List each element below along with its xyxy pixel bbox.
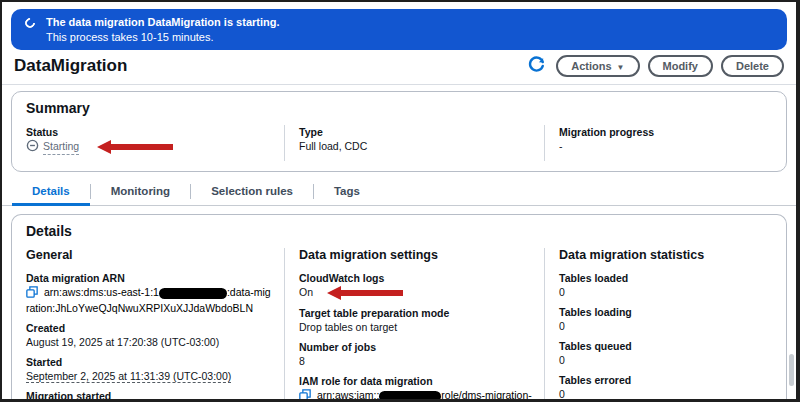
summary-type-column: Type Full load, CDC [284,125,544,161]
cloudwatch-logs-label: CloudWatch logs [299,271,534,285]
tab-monitoring[interactable]: Monitoring [91,178,190,205]
dms-console-window: The data migration DataMigration is star… [0,0,800,402]
status-text[interactable]: Starting [43,139,79,155]
actions-button[interactable]: Actions▼ [556,55,639,77]
redaction-box [159,288,227,299]
details-heading: Details [26,223,772,239]
general-heading: General [26,248,274,262]
summary-status-column: Status Starting [26,125,284,161]
tables-loading-label: Tables loading [559,305,762,319]
summary-progress-column: Migration progress - [544,125,772,161]
data-migration-arn-value: arn:aws:dms:us-east-1:1:data-migration:J… [26,285,274,315]
statistics-column: Data migration statistics Tables loaded … [544,248,772,402]
annotation-arrow-cloudwatch [327,286,403,300]
iam-role-label: IAM role for data migration [299,374,534,388]
started-value: September 2, 2025 at 11:31:39 (UTC-03:00… [26,370,231,383]
started-label: Started [26,355,274,369]
flash-migration-name: DataMigration [147,16,220,28]
number-of-jobs-value: 8 [299,354,534,368]
migration-started-label: Migration started [26,389,274,402]
tables-loaded-label: Tables loaded [559,271,762,285]
progress-flash-banner: The data migration DataMigration is star… [11,9,787,50]
general-column: General Data migration ARN arn:aws:dms:u… [26,248,284,402]
migration-progress-label: Migration progress [559,125,762,139]
summary-heading: Summary [26,100,772,116]
annotation-arrow-status [97,140,173,154]
tab-details[interactable]: Details [12,178,90,206]
loading-spinner-icon [23,16,37,30]
flash-message-line2: This process takes 10-15 minutes. [46,30,280,44]
flash-text-prefix: The data migration [46,16,147,28]
tables-errored-value: 0 [559,387,762,401]
type-label: Type [299,125,534,139]
refresh-button[interactable] [525,55,548,77]
delete-button[interactable]: Delete [721,55,784,77]
settings-column: Data migration settings CloudWatch logs … [284,248,544,402]
target-prep-value: Drop tables on target [299,320,534,334]
iam-arn-prefix-text: arn:aws:iam:: [317,389,379,401]
tab-tags[interactable]: Tags [314,178,380,205]
redaction-box [379,391,441,402]
type-value: Full load, CDC [299,139,534,153]
flash-text-suffix: is starting. [221,16,280,28]
statistics-heading: Data migration statistics [559,248,762,262]
flash-message: The data migration DataMigration is star… [46,15,280,44]
header-actions: Actions▼ Modify Delete [525,55,784,77]
tables-queued-value: 0 [559,353,762,367]
tables-loaded-value: 0 [559,285,762,299]
status-value: Starting [26,139,274,155]
created-label: Created [26,321,274,335]
copy-icon[interactable] [299,391,314,402]
page-title: DataMigration [14,56,127,76]
chevron-down-icon: ▼ [617,63,625,72]
number-of-jobs-label: Number of jobs [299,340,534,354]
details-card: Details General Data migration ARN arn:a… [11,214,787,402]
data-migration-arn-label: Data migration ARN [26,271,274,285]
status-label: Status [26,125,274,139]
page-header: DataMigration Actions▼ Modify Delete [2,50,796,85]
arn-prefix-text: arn:aws:dms:us-east-1:1 [44,286,159,298]
iam-role-value: arn:aws:iam::role/dms-migration-role-tes… [299,388,534,402]
actions-button-label: Actions [571,60,611,72]
settings-heading: Data migration settings [299,248,534,262]
summary-columns: Status Starting Type [26,125,772,161]
copy-icon[interactable] [26,288,41,300]
migration-progress-value: - [559,139,762,153]
created-value: August 19, 2025 at 17:20:38 (UTC-03:00) [26,335,274,349]
vertical-scrollbar[interactable] [789,354,794,386]
tab-bar: Details Monitoring Selection rules Tags [2,178,796,206]
tables-queued-label: Tables queued [559,339,762,353]
status-in-progress-icon [26,139,39,155]
target-prep-label: Target table preparation mode [299,306,534,320]
tables-errored-label: Tables errored [559,373,762,387]
flash-message-line1: The data migration DataMigration is star… [46,15,280,30]
modify-button[interactable]: Modify [648,55,713,77]
refresh-icon [527,55,546,77]
cloudwatch-logs-value: On [299,285,534,300]
tables-loading-value: 0 [559,319,762,333]
summary-card: Summary Status Starting [11,91,787,172]
tab-selection-rules[interactable]: Selection rules [191,178,313,205]
details-columns: General Data migration ARN arn:aws:dms:u… [26,248,772,402]
